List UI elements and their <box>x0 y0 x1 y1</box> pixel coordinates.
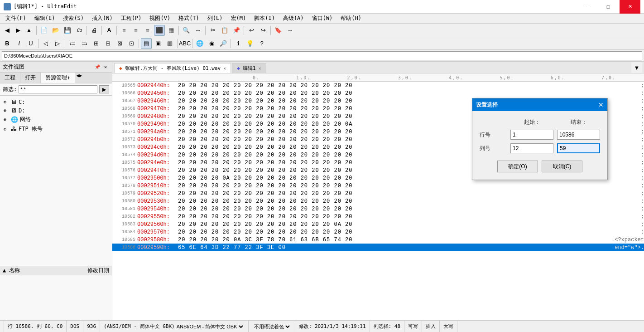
tb-paste[interactable]: 📌 <box>231 25 242 36</box>
tab-edit1-close[interactable]: ✕ <box>259 66 261 71</box>
tb-new[interactable]: 📄 <box>38 25 49 36</box>
tb-back[interactable]: ◀ <box>2 25 13 36</box>
tab-edit1[interactable]: ◆ 编辑1 ✕ <box>232 63 266 73</box>
dialog-start-col-input[interactable] <box>510 143 553 153</box>
menu-window[interactable]: 窗口(W) <box>308 14 336 23</box>
tb2-web1[interactable]: 🌐 <box>194 38 205 49</box>
menu-insert[interactable]: 插入(N) <box>88 14 116 23</box>
tab-wav[interactable]: ◆ 张敏轩,方大同 - 春风吹(Live)_01.wav ✕ <box>114 63 231 73</box>
tb2-more3[interactable]: ⊠ <box>114 38 125 49</box>
hex-line-10565[interactable]: 1056500029440h: 20 20 20 20 20 20 20 20 … <box>112 82 644 89</box>
tb2-view1[interactable]: ▤ <box>141 38 152 49</box>
sidebar-tab-project[interactable]: 工程 <box>0 73 20 83</box>
sidebar-pin-btn[interactable]: 📌 <box>94 63 101 71</box>
tb-hex2[interactable]: ▦ <box>166 25 177 36</box>
dialog-end-row-input[interactable] <box>557 130 600 140</box>
menu-script[interactable]: 脚本(I) <box>250 14 279 23</box>
tb-copy[interactable]: 📋 <box>219 25 230 36</box>
tb-print[interactable]: 🖨 <box>89 25 100 36</box>
tb2-info[interactable]: ℹ <box>233 38 244 49</box>
tb2-list[interactable]: ≔ <box>67 38 78 49</box>
tb2-web2[interactable]: ◉ <box>206 38 217 49</box>
menu-project[interactable]: 工程(P) <box>117 14 145 23</box>
tb-font-a[interactable]: A <box>104 25 115 36</box>
tb-forward[interactable]: ▶ <box>13 25 24 36</box>
sidebar-nav-prev[interactable]: ◀ <box>76 73 79 83</box>
close-button[interactable]: ✕ <box>620 0 640 14</box>
hex-line-10586[interactable]: 1058600029590h: 65 6E 64 3D 22 77 22 3F … <box>112 244 644 251</box>
hex-line-10584[interactable]: 1058400029570h: 20 20 20 20 20 20 20 20 … <box>112 228 644 236</box>
hex-line-10580[interactable]: 1058000029530h: 20 20 20 20 20 20 20 20 … <box>112 197 644 205</box>
tb-redo[interactable]: ↪ <box>258 25 269 36</box>
tb-align-right[interactable]: ≡ <box>142 25 153 36</box>
tb-save[interactable]: 💾 <box>62 25 73 36</box>
tb2-b[interactable]: B <box>2 38 13 49</box>
hex-line-10578[interactable]: 1057800029510h: 20 20 20 20 20 20 20 20 … <box>112 182 644 190</box>
tb2-web3[interactable]: 🔎 <box>218 38 229 49</box>
tb-align-left[interactable]: ≡ <box>119 25 130 36</box>
tb2-more1[interactable]: ⊞ <box>91 38 101 49</box>
tb2-spell[interactable]: ABC <box>179 38 190 49</box>
tb-goto[interactable]: → <box>284 25 295 36</box>
sidebar-tab-resources[interactable]: 资源管理↑ <box>41 73 75 83</box>
dialog-confirm-btn[interactable]: 确定(O) <box>497 161 538 172</box>
tb-bookmark[interactable]: 🔖 <box>273 25 284 36</box>
tb2-help[interactable]: ? <box>256 38 267 49</box>
dialog-start-row-input[interactable] <box>510 130 553 140</box>
sidebar-close-btn[interactable]: ✕ <box>102 63 109 71</box>
hex-line-10582[interactable]: 1058200029550h: 20 20 20 20 20 20 20 20 … <box>112 213 644 220</box>
menu-edit[interactable]: 编辑(E) <box>31 14 59 23</box>
tb2-more2[interactable]: ⊟ <box>102 38 113 49</box>
menu-search[interactable]: 搜索(S) <box>59 14 87 23</box>
minimize-button[interactable]: ─ <box>576 0 597 14</box>
dialog-close-btn[interactable]: ✕ <box>598 101 604 108</box>
status-syntax[interactable]: 不用语法着色 <box>249 321 295 332</box>
tree-item-d[interactable]: ⊕ 🖥 D: <box>2 106 110 115</box>
tb-undo[interactable]: ↩ <box>246 25 257 36</box>
hex-line-10566[interactable]: 1056600029450h: 20 20 20 20 20 20 20 20 … <box>112 89 644 97</box>
sidebar-tab-open[interactable]: 打开 <box>20 73 41 83</box>
tb2-list2[interactable]: ≕ <box>79 38 90 49</box>
syntax-select[interactable]: 不用语法着色 <box>252 322 291 331</box>
menu-column[interactable]: 列(L) <box>204 14 226 23</box>
menu-help[interactable]: 帮助(H) <box>337 14 365 23</box>
tb-align-center[interactable]: ≡ <box>130 25 141 36</box>
menu-view[interactable]: 视图(V) <box>146 14 174 23</box>
tb-hex[interactable]: ⬛ <box>154 25 165 36</box>
tb2-indent-less[interactable]: ◁ <box>40 38 51 49</box>
tb-open[interactable]: 📂 <box>50 25 61 36</box>
tb-saveall[interactable]: 🗂 <box>74 25 85 36</box>
sidebar-nav-next[interactable]: ▶ <box>79 73 82 83</box>
tree-item-c[interactable]: ⊕ 🖥 C: <box>2 98 110 106</box>
tree-item-network[interactable]: ⊕ 🌐 网络 <box>2 115 110 124</box>
maximize-button[interactable]: □ <box>598 0 619 14</box>
hex-line-10579[interactable]: 1057900029520h: 20 20 20 20 20 20 20 20 … <box>112 190 644 197</box>
tb2-more4[interactable]: ⊡ <box>126 38 137 49</box>
tab-wav-close[interactable]: ✕ <box>223 66 226 71</box>
hex-line-10583[interactable]: 1058300029560h: 20 20 20 20 20 20 20 20 … <box>112 220 644 228</box>
tb2-view2[interactable]: ▣ <box>153 38 163 49</box>
tb2-light[interactable]: 💡 <box>245 38 255 49</box>
tb-replace[interactable]: ↔ <box>192 25 203 36</box>
dialog-end-col-input[interactable] <box>557 143 600 153</box>
tb-cut[interactable]: ✂ <box>207 25 218 36</box>
menu-file[interactable]: 文件(F) <box>2 14 30 23</box>
tb2-indent-more[interactable]: ▷ <box>52 38 63 49</box>
hex-line-10585[interactable]: 1058500029580h: 20 20 20 20 20 0A 3C 3F … <box>112 236 644 244</box>
menu-format[interactable]: 格式(T) <box>175 14 203 23</box>
tb2-u[interactable]: U <box>25 38 36 49</box>
tb2-view3[interactable]: ▥ <box>164 38 175 49</box>
encoding-select[interactable]: ANSI/OEM - 简体中文 GBK <box>175 322 245 331</box>
filter-button[interactable]: ▶ <box>99 85 109 93</box>
tab-menu-btn[interactable]: ▼ <box>631 62 642 73</box>
tb-find[interactable]: 🔍 <box>181 25 192 36</box>
menu-advanced[interactable]: 高级(A) <box>279 14 308 23</box>
tb2-i[interactable]: I <box>14 38 24 49</box>
hex-line-10581[interactable]: 1058100029540h: 20 20 20 20 20 20 20 20 … <box>112 205 644 213</box>
address-input[interactable] <box>2 51 642 60</box>
tb-up[interactable]: ▲ <box>24 25 34 36</box>
menu-macro[interactable]: 宏(M) <box>227 14 250 23</box>
tree-item-ftp[interactable]: ⊕ 🖧 FTP 帐号 <box>2 124 110 134</box>
filter-input[interactable] <box>19 85 97 93</box>
dialog-cancel-btn[interactable]: 取消(C) <box>542 161 582 172</box>
